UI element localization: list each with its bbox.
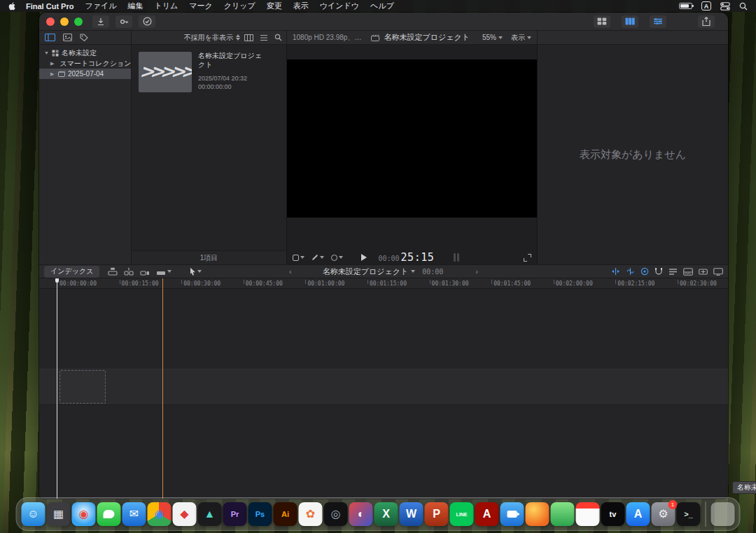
audio-lanes-icon[interactable] [668, 268, 678, 276]
append-clip-icon[interactable] [140, 267, 150, 276]
insert-clip-icon[interactable] [124, 267, 134, 276]
av-output-icon[interactable] [713, 268, 723, 276]
timeline-body[interactable] [39, 289, 728, 499]
placeholder-gap-clip[interactable] [59, 370, 106, 404]
disclosure-open-icon[interactable]: ▼ [44, 50, 49, 55]
dock-app-calendar[interactable] [576, 502, 600, 526]
show-photos-icon[interactable] [63, 34, 72, 41]
dock-app-apple-tv[interactable]: tv [601, 502, 625, 526]
tool-select-dropdown[interactable] [190, 267, 202, 276]
dock-app-diamond-red-app[interactable]: ◆ [173, 502, 197, 526]
audio-meters-button[interactable] [454, 253, 459, 262]
viewer-zoom-dropdown[interactable]: 55% [482, 34, 503, 41]
filmstrip-thumbnail[interactable]: >>>>> [139, 52, 192, 92]
dock-app-trash[interactable] [711, 502, 735, 526]
solo-toggle-icon[interactable] [640, 267, 649, 276]
battery-icon[interactable] [679, 3, 692, 9]
dock-app-acrobat[interactable]: A [475, 502, 499, 526]
control-center-icon[interactable] [720, 2, 730, 10]
clip-appearance-icon[interactable] [683, 268, 693, 276]
dock-app-lens-app[interactable]: ◎ [324, 502, 348, 526]
dock-app-red-figure-app[interactable]: ◐ [349, 502, 373, 526]
overwrite-clip-dropdown[interactable] [156, 267, 172, 276]
active-app-name[interactable]: Final Cut Pro [26, 2, 74, 10]
menu-item[interactable]: 変更 [267, 1, 282, 11]
audio-skimming-icon[interactable] [626, 267, 635, 276]
dock-app-mail[interactable]: ✉ [122, 502, 146, 526]
sidebar-library-row[interactable]: ▼ 名称未設定 [39, 48, 131, 58]
dock-app-photoshop[interactable]: Ps [248, 502, 272, 526]
apple-menu-icon[interactable] [8, 2, 16, 10]
keyword-editor-button[interactable] [115, 15, 132, 28]
minimize-window-button[interactable] [60, 17, 69, 26]
disclosure-closed-icon[interactable]: ▶ [50, 71, 55, 77]
show-keywords-icon[interactable] [80, 34, 88, 41]
menu-item[interactable]: ヘルプ [370, 1, 394, 11]
connect-clip-icon[interactable] [108, 267, 118, 276]
dock-app-green-app[interactable] [551, 502, 575, 526]
list-view-icon[interactable] [260, 34, 268, 41]
menu-item[interactable]: クリップ [224, 1, 255, 11]
dock-app-premiere-pro[interactable]: Pr [223, 502, 247, 526]
sidebar-item[interactable]: ▶ スマートコレクション [39, 58, 131, 69]
viewer-project-title[interactable]: 名称未設定プロジェクト [379, 32, 474, 43]
project-back-button[interactable]: ‹ [289, 267, 292, 276]
browser-search-icon[interactable] [274, 34, 282, 41]
inspector-toggle-button[interactable] [650, 15, 666, 28]
filmstrip-view-icon[interactable] [244, 34, 253, 41]
sidebar-item[interactable]: ▶ 2025-07-04 [39, 69, 131, 79]
timeline-ruler[interactable]: 00:00:00:0000:00:15:0000:00:30:0000:00:4… [39, 278, 728, 289]
project-clip-card[interactable]: >>>>> 名称未設定プロジェクト 2025/07/04 20:32 00:00… [139, 52, 268, 92]
dock-app-facetime[interactable] [500, 502, 524, 526]
import-media-button[interactable] [92, 15, 109, 28]
dock-app-affinity-app[interactable]: ▲ [198, 502, 222, 526]
dock-app-word[interactable]: W [400, 502, 424, 526]
spotlight-search-icon[interactable] [739, 2, 748, 10]
timeline-zoom-icon[interactable] [699, 268, 708, 276]
dock-app-illustrator[interactable]: Ai [274, 502, 298, 526]
background-tasks-button[interactable] [139, 15, 155, 28]
input-source-icon[interactable]: A [701, 1, 711, 10]
play-button[interactable] [361, 254, 367, 261]
timeline-index-button[interactable]: インデックス [44, 266, 99, 278]
viewer-tools-dropdown[interactable] [312, 256, 324, 259]
dock-app-safari[interactable]: ◉ [72, 502, 96, 526]
project-forward-button[interactable]: › [475, 267, 478, 276]
viewer-retime-dropdown[interactable] [331, 255, 343, 261]
disclosure-closed-icon[interactable]: ▶ [50, 61, 54, 66]
dock-app-launchpad[interactable]: ▦ [47, 502, 71, 526]
dock-app-pinwheel-app[interactable]: ✿ [299, 502, 323, 526]
dock-app-powerpoint[interactable]: P [425, 502, 449, 526]
dock-app-app-store[interactable]: A [626, 502, 650, 526]
menu-item[interactable]: ファイル [85, 1, 116, 11]
timeline-toggle-button[interactable] [622, 15, 638, 28]
browser-toggle-button[interactable] [594, 15, 610, 28]
playhead[interactable] [57, 278, 57, 499]
browser-filter-dropdown[interactable]: 不採用を非表示 [184, 33, 240, 43]
viewer-view-dropdown[interactable]: 表示 [511, 33, 531, 43]
dock-app-line[interactable]: LINE [450, 502, 474, 526]
dock-app-chrome[interactable]: ◉ [148, 502, 172, 526]
fullscreen-icon[interactable] [524, 254, 531, 262]
dock-app-system-settings[interactable]: ⚙ 1 [652, 502, 676, 526]
menu-item[interactable]: トリム [154, 1, 178, 11]
dock-app-excel[interactable]: X [374, 502, 398, 526]
primary-storyline-lane[interactable] [39, 369, 728, 405]
close-window-button[interactable] [46, 17, 55, 26]
dock-app-messages[interactable] [97, 502, 121, 526]
dock-app-terminal[interactable]: >_ [677, 502, 701, 526]
viewer-format-info[interactable]: 1080p HD 23.98p、… [293, 33, 361, 43]
share-button[interactable] [698, 15, 715, 28]
snapping-toggle-icon[interactable] [654, 267, 663, 276]
dock-app-orange-sphere-app[interactable] [526, 502, 550, 526]
show-libraries-icon[interactable] [45, 34, 55, 41]
menu-item[interactable]: 編集 [127, 1, 143, 11]
skimming-toggle-icon[interactable] [611, 267, 620, 276]
zoom-window-button[interactable] [74, 17, 83, 26]
menu-item[interactable]: 表示 [293, 1, 309, 11]
menu-item[interactable]: ウインドウ [320, 1, 359, 11]
menu-item[interactable]: マーク [189, 1, 213, 11]
clip-title[interactable]: 名称未設定プロジェクト [198, 52, 262, 69]
dock-app-finder[interactable]: ☺ [22, 502, 46, 526]
viewer-canvas[interactable] [287, 59, 537, 218]
